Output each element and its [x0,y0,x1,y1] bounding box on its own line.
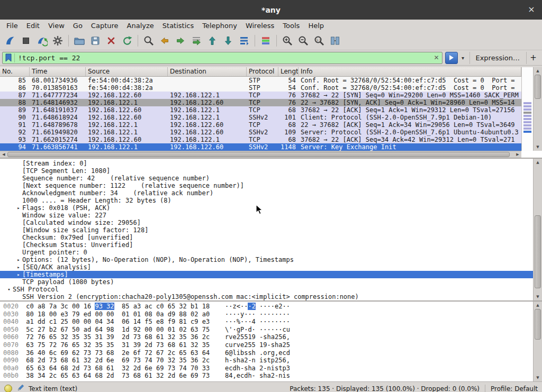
collapsed-expander-icon[interactable]: ▸ [15,271,22,278]
scrollbar-thumb[interactable] [535,309,541,340]
scroll-down-icon[interactable]: ▼ [534,374,542,381]
open-capture-file-button[interactable] [71,33,87,48]
menu-view[interactable]: View [44,21,69,31]
hscrollbar-thumb[interactable] [7,152,510,157]
detail-line[interactable]: Sequence number: 42 (relative sequence n… [0,175,533,182]
packet-row[interactable]: 8670.013850163fe:54:00:d4:38:2aSTP54Conf… [0,84,521,92]
scroll-up-icon[interactable]: ▲ [534,67,542,75]
menu-wireless[interactable]: Wireless [241,21,278,31]
menu-telephony[interactable]: Telephony [198,21,241,31]
packet-row[interactable]: 8971.648191037192.168.122.60192.168.122.… [0,106,521,114]
scrollbar-track[interactable] [534,309,542,374]
detail-line[interactable]: Checksum: 0x79ed [unverified] [0,234,533,241]
detail-line[interactable]: Window size value: 227 [0,212,533,219]
detail-line[interactable]: 1000 .... = Header Length: 32 bytes (8) [0,197,533,204]
scrollbar-track[interactable] [534,166,542,293]
find-packet-button[interactable] [141,33,157,48]
menu-statistics[interactable]: Statistics [158,21,198,31]
column-header-no[interactable]: No. [0,67,30,76]
detail-line[interactable]: Urgent pointer: 0 [0,249,533,256]
scroll-down-icon[interactable]: ▼ [534,143,542,151]
hex-scrollbar[interactable]: ▲ ▼ [533,302,542,381]
auto-scroll-button[interactable] [236,33,252,48]
filter-history-dropdown-icon[interactable]: ▾ [459,55,466,61]
hex-row[interactable]: 0080 36 40 6c 69 62 73 73 68 2e 6f 72 67… [3,349,533,357]
expert-info-icon[interactable] [4,385,12,392]
capture-comment-icon[interactable] [16,384,24,392]
detail-line[interactable]: ▸[Timestamps] [0,271,533,278]
column-header-time[interactable]: Time [30,67,86,76]
resize-columns-button[interactable] [327,33,343,48]
hex-row[interactable]: 0050 5c 27 b2 67 50 ad 64 98 1d 92 00 00… [3,326,533,334]
column-header-source[interactable]: Source [86,67,168,76]
start-capture-button[interactable] [2,33,18,48]
zoom-original-button[interactable]: 1:1 [311,33,327,48]
restart-capture-button[interactable] [34,33,50,48]
detail-line[interactable]: ▸Flags: 0x018 (PSH, ACK) [0,204,533,212]
packet-row[interactable]: 8568.001734936fe:54:00:d4:38:2aSTP54Conf… [0,77,521,84]
title-bar[interactable]: *any × [0,0,542,20]
hex-row[interactable]: 0040 a1 dd c1 25 00 00 04 34 06 14 f5 e8… [3,318,533,326]
expanded-expander-icon[interactable]: ▾ [5,286,13,293]
expression-button[interactable]: Expression… [469,52,525,64]
go-to-packet-button[interactable] [188,33,204,48]
stop-capture-button[interactable] [18,33,34,48]
detail-line[interactable]: [Calculated window size: 29056] [0,219,533,226]
hex-row[interactable]: 00b0 38 34 2c 65 63 64 68 2d 73 68 61 32… [3,372,533,380]
packet-row[interactable]: 8871.648146932192.168.122.1192.168.122.6… [0,99,521,106]
filter-clear-icon[interactable]: ✕ [431,54,441,61]
colorize-packets-button[interactable] [258,33,274,48]
column-header-protocol[interactable]: Protocol [247,67,278,76]
hscrollbar-track[interactable] [7,151,514,158]
menu-analyze[interactable]: Analyze [123,21,158,31]
detail-line[interactable]: SSH Version 2 (encryption:chacha20-poly1… [0,293,533,300]
menu-capture[interactable]: Capture [87,21,123,31]
scroll-right-icon[interactable]: ▶ [514,151,521,158]
details-scrollbar[interactable]: ▲ ▼ [533,159,542,300]
detail-line[interactable]: [TCP Segment Len: 1080] [0,167,533,175]
reload-capture-file-button[interactable] [119,33,135,48]
packet-list-hscrollbar[interactable]: ◀ ▶ [0,151,521,158]
scroll-down-icon[interactable]: ▼ [534,293,542,300]
scroll-left-icon[interactable]: ◀ [0,151,7,158]
packet-row[interactable]: 9371.662015274192.168.122.60192.168.122.… [0,136,521,143]
zoom-out-button[interactable] [295,33,311,48]
detail-line[interactable]: ▸Options: (12 bytes), No-Operation (NOP)… [0,256,533,263]
menu-go[interactable]: Go [69,21,87,31]
go-back-button[interactable] [157,33,173,48]
packet-list-scrollbar[interactable]: ▲ ▼ [533,67,542,151]
hex-row[interactable]: 0060 72 76 65 32 35 35 31 39 2d 73 68 61… [3,333,533,341]
scrollbar-track[interactable] [534,75,542,143]
scroll-up-icon[interactable]: ▲ [534,159,542,166]
menu-edit[interactable]: Edit [22,21,44,31]
detail-line[interactable]: [Stream index: 0] [0,160,533,167]
detail-line[interactable]: ▸[SEQ/ACK analysis] [0,263,533,271]
scrollbar-thumb[interactable] [535,215,541,288]
filter-bookmark-icon[interactable] [4,53,13,62]
hex-row[interactable]: 00a0 65 63 64 68 2d 73 68 61 32 2d 6e 69… [3,364,533,372]
detail-line[interactable]: ▾SSH Protocol [0,286,533,293]
window-close-button[interactable]: × [526,4,537,15]
menu-tools[interactable]: Tools [278,21,304,31]
detail-line[interactable]: Acknowledgment number: 34 (relative ack … [0,189,533,197]
packet-row[interactable]: 8771.647777234192.168.122.60192.168.122.… [0,92,521,99]
go-forward-button[interactable] [173,33,188,48]
packet-row[interactable]: 9471.663856741192.168.122.1192.168.122.6… [0,143,521,151]
display-filter-input[interactable]: !tcp.port == 22 ✕ [2,52,442,64]
detail-line[interactable]: [Next sequence number: 1122 (relative se… [0,182,533,189]
filter-apply-button[interactable] [445,52,458,64]
capture-options-button[interactable] [50,33,66,48]
collapsed-expander-icon[interactable]: ▸ [15,204,22,212]
menu-help[interactable]: Help [304,21,328,31]
scrollbar-thumb[interactable] [535,75,541,99]
column-header-destination[interactable]: Destination [168,67,247,76]
display-filter-text[interactable]: !tcp.port == 22 [16,54,431,62]
column-header-length[interactable]: Length [278,67,299,76]
detail-line[interactable]: TCP payload (1080 bytes) [0,278,533,286]
hex-row[interactable]: 0070 63 75 72 76 65 32 35 35 31 39 2d 73… [3,341,533,349]
column-header-info[interactable]: Info [299,67,521,76]
add-filter-button[interactable]: + [526,52,540,64]
menu-file[interactable]: File [2,21,22,31]
packet-row[interactable]: 9071.648618924192.168.122.60192.168.122.… [0,114,521,121]
packet-row[interactable]: 9271.661949820192.168.122.1192.168.122.6… [0,129,521,136]
